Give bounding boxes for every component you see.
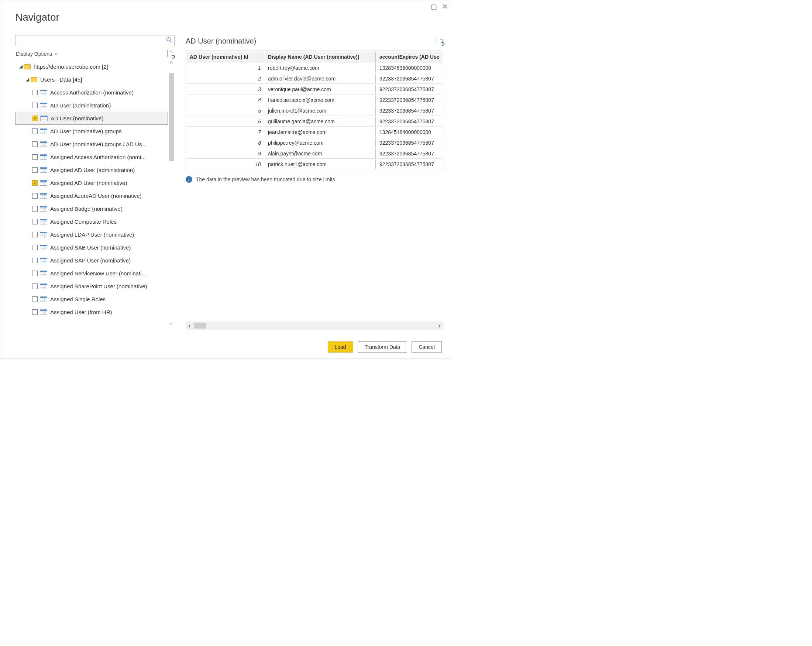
table-icon xyxy=(40,180,47,186)
refresh-view-icon[interactable] xyxy=(167,50,174,58)
table-row[interactable]: 1robert.roy@acme.com132834636000000000 xyxy=(187,63,442,73)
tree-item[interactable]: Assigned Composite Roles xyxy=(15,215,168,228)
tree-checkbox[interactable] xyxy=(32,232,38,237)
h-scroll-track[interactable] xyxy=(194,323,435,328)
tree-item[interactable]: Assigned ServiceNow User (nominati... xyxy=(15,267,168,280)
col-header[interactable]: accountExpires (AD Use xyxy=(377,52,442,63)
table-row[interactable]: 10patrick.huet1@acme.com9223372036854775… xyxy=(187,159,442,169)
maximize-icon[interactable]: ▢ xyxy=(431,3,437,11)
col-header[interactable]: Display Name (AD User (nominative)) xyxy=(265,52,376,63)
tree-checkbox[interactable] xyxy=(32,154,38,160)
transform-data-button[interactable]: Transform Data xyxy=(358,341,408,353)
h-scroll-thumb[interactable] xyxy=(194,323,206,328)
tree-item[interactable]: AD User (nominative) groups / AD Us... xyxy=(15,138,168,151)
tree-checkbox[interactable] xyxy=(32,128,38,134)
cell-account-expires: 9223372036854775807 xyxy=(377,138,442,148)
tree-item[interactable]: Assigned Access Authorization (nomi... xyxy=(15,151,168,163)
tree-item[interactable]: Assigned SharePoint User (nominative) xyxy=(15,280,168,293)
tree-checkbox[interactable] xyxy=(32,102,38,108)
table-row[interactable]: 7jean.lemaitre@acme.com13284518400000000… xyxy=(187,127,442,137)
tree-item[interactable]: AD User (administration) xyxy=(15,99,168,112)
tree-item[interactable]: Assigned LDAP User (nominative) xyxy=(15,228,168,241)
tree-checkbox[interactable]: ✓ xyxy=(32,180,38,186)
tree-item[interactable]: Assigned SAP User (nominative) xyxy=(15,254,168,267)
navigator-tree[interactable]: ◢https://demo.usercube.com [2]◢Users - D… xyxy=(15,60,168,330)
refresh-preview-icon[interactable] xyxy=(437,37,443,45)
scroll-down-icon[interactable]: ˅ xyxy=(170,322,173,330)
display-options-label: Display Options xyxy=(16,51,52,57)
table-icon xyxy=(40,102,47,108)
tree-item[interactable]: Assigned AD User (administration) xyxy=(15,163,168,176)
cell-display-name: philippe.rey@acme.com xyxy=(265,138,376,148)
tree-checkbox[interactable] xyxy=(32,258,38,263)
cell-id: 9 xyxy=(187,149,264,159)
tree-item[interactable]: ✓Assigned AD User (nominative) xyxy=(15,176,168,189)
node-label: Assigned Badge (nominative) xyxy=(50,206,122,212)
cell-display-name: robert.roy@acme.com xyxy=(265,63,376,73)
cell-id: 4 xyxy=(187,95,264,105)
tree-scrollbar[interactable]: ^ ˅ xyxy=(168,60,175,330)
scroll-left-icon[interactable]: ‹ xyxy=(186,322,194,329)
tree-checkbox[interactable] xyxy=(32,284,38,289)
preview-h-scrollbar[interactable]: ‹ › xyxy=(186,322,443,330)
scroll-up-icon[interactable]: ^ xyxy=(170,60,173,67)
tree-item[interactable]: Assigned Badge (nominative) xyxy=(15,202,168,215)
folder-icon xyxy=(24,64,31,69)
node-label: Assigned AD User (administration) xyxy=(50,167,135,173)
table-icon xyxy=(40,167,47,173)
tree-checkbox[interactable] xyxy=(32,296,38,302)
table-row[interactable]: 8philippe.rey@acme.com922337203685477580… xyxy=(187,138,442,148)
tree-checkbox[interactable] xyxy=(32,245,38,250)
tree-checkbox[interactable] xyxy=(32,141,38,147)
table-icon xyxy=(40,128,47,134)
col-header[interactable]: AD User (nominative) Id xyxy=(187,52,264,63)
search-input[interactable] xyxy=(18,36,165,45)
load-button[interactable]: Load xyxy=(328,341,353,353)
tree-root[interactable]: ◢https://demo.usercube.com [2] xyxy=(15,60,168,73)
tree-checkbox[interactable] xyxy=(32,193,38,199)
tree-item[interactable]: Assigned Single Roles xyxy=(15,293,168,305)
collapse-icon[interactable]: ◢ xyxy=(25,77,30,82)
tree-checkbox[interactable] xyxy=(32,167,38,173)
node-label: AD User (nominative) xyxy=(50,115,103,121)
tree-item[interactable]: Assigned AzureAD User (nominative) xyxy=(15,189,168,202)
table-row[interactable]: 9alain.payet@acme.com9223372036854775807 xyxy=(187,149,442,159)
collapse-icon[interactable]: ◢ xyxy=(18,64,23,69)
table-row[interactable]: 2adm.olivier.david@acme.com9223372036854… xyxy=(187,74,442,84)
table-icon xyxy=(40,206,47,212)
tree-item[interactable]: Assigned User (from HR) xyxy=(15,305,168,319)
scroll-track[interactable] xyxy=(168,67,174,322)
display-options-dropdown[interactable]: Display Options ▾ xyxy=(16,51,57,57)
tree-checkbox[interactable] xyxy=(32,206,38,212)
scroll-thumb[interactable] xyxy=(169,73,174,161)
cell-account-expires: 9223372036854775807 xyxy=(377,74,442,84)
search-icon[interactable] xyxy=(166,37,172,44)
table-row[interactable]: 5julien.morel1@acme.com92233720368547758… xyxy=(187,106,442,116)
node-label: Assigned Composite Roles xyxy=(50,218,117,225)
cancel-button[interactable]: Cancel xyxy=(412,341,442,353)
table-row[interactable]: 6guillaume.garcia@acme.com92233720368547… xyxy=(187,117,442,127)
table-row[interactable]: 4francoise.lacroix@acme.com9223372036854… xyxy=(187,95,442,105)
table-icon xyxy=(40,270,47,276)
tree-checkbox[interactable] xyxy=(32,270,38,276)
node-label: Assigned User (from HR) xyxy=(50,309,112,315)
tree-checkbox[interactable]: ✓ xyxy=(32,116,38,121)
table-icon xyxy=(40,245,47,250)
tree-checkbox[interactable] xyxy=(32,90,38,95)
close-icon[interactable]: ✕ xyxy=(442,3,448,11)
node-label: Assigned AD User (nominative) xyxy=(50,180,127,186)
scroll-right-icon[interactable]: › xyxy=(435,322,443,329)
tree-item[interactable]: AD User (nominative) groups xyxy=(15,125,168,138)
cell-id: 5 xyxy=(187,106,264,116)
tree-group[interactable]: ◢Users - Data [45] xyxy=(15,73,168,86)
tree-item[interactable]: Assigned SAB User (nominative) xyxy=(15,241,168,254)
table-row[interactable]: 3veronique.paul@acme.com9223372036854775… xyxy=(187,84,442,95)
svg-line-1 xyxy=(170,41,171,42)
preview-table[interactable]: AD User (nominative) Id Display Name (AD… xyxy=(186,50,443,170)
tree-item[interactable]: ✓AD User (nominative) xyxy=(15,112,168,125)
tree-checkbox[interactable] xyxy=(32,219,38,224)
search-box[interactable] xyxy=(15,35,175,46)
cell-display-name: adm.olivier.david@acme.com xyxy=(265,74,376,84)
tree-checkbox[interactable] xyxy=(32,309,38,315)
tree-item[interactable]: Access Authorization (nominative) xyxy=(15,86,168,99)
